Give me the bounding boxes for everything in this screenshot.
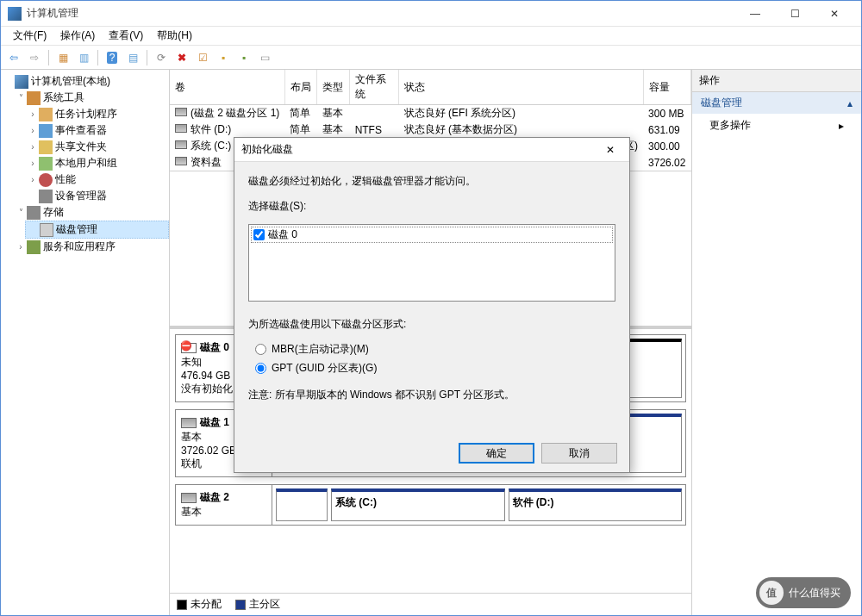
- volume-icon: [175, 140, 187, 149]
- gpt-radio[interactable]: [255, 363, 266, 374]
- chevron-right-icon: ▸: [839, 120, 844, 132]
- radio-gpt[interactable]: GPT (GUID 分区表)(G): [255, 361, 615, 376]
- tree-services[interactable]: › 服务和应用程序: [13, 239, 169, 255]
- computer-icon: [15, 75, 28, 89]
- tree-users[interactable]: ›本地用户和组: [25, 155, 169, 171]
- collapse-icon[interactable]: ˅: [15, 208, 27, 217]
- tree-share[interactable]: ›共享文件夹: [25, 139, 169, 155]
- initialize-disk-dialog: 初始化磁盘 ✕ 磁盘必须经过初始化，逻辑磁盘管理器才能访问。 选择磁盘(S): …: [234, 137, 630, 473]
- dialog-note: 注意: 所有早期版本的 Windows 都不识别 GPT 分区形式。: [248, 388, 615, 402]
- disk-checkbox-item[interactable]: 磁盘 0: [251, 227, 613, 243]
- disk2-c[interactable]: 系统 (C:): [331, 488, 505, 521]
- tb-icon-2[interactable]: ▥: [74, 48, 93, 67]
- col-type[interactable]: 类型: [317, 70, 350, 105]
- delete-icon[interactable]: ✖: [172, 48, 191, 67]
- watermark: 值 什么值得买: [756, 577, 851, 608]
- disk2-d[interactable]: 软件 (D:): [509, 488, 683, 521]
- mbr-radio[interactable]: [255, 344, 266, 355]
- menu-help[interactable]: 帮助(H): [150, 27, 199, 45]
- legend-primary-swatch: [235, 600, 246, 610]
- dialog-message: 磁盘必须经过初始化，逻辑磁盘管理器才能访问。: [248, 174, 615, 189]
- app-icon: [8, 7, 22, 21]
- tree-device[interactable]: 设备管理器: [25, 188, 169, 204]
- refresh-icon[interactable]: ⟳: [152, 48, 171, 67]
- menu-view[interactable]: 查看(V): [102, 27, 150, 45]
- actions-section[interactable]: 磁盘管理 ▴: [692, 92, 861, 114]
- col-volume[interactable]: 卷: [170, 70, 284, 105]
- disk2-efi[interactable]: [276, 488, 328, 521]
- tree-task[interactable]: ›任务计划程序: [25, 106, 169, 122]
- service-icon: [27, 240, 41, 254]
- toolbar: ⇦ ⇨ ▦ ▥ ? ▤ ⟳ ✖ ☑ ▪ ▪ ▭: [1, 46, 861, 70]
- actions-more[interactable]: 更多操作 ▸: [692, 114, 861, 137]
- cancel-button[interactable]: 取消: [541, 443, 617, 464]
- back-button[interactable]: ⇦: [4, 48, 23, 67]
- tb-icon-1[interactable]: ▦: [53, 48, 72, 67]
- close-button[interactable]: ✕: [815, 1, 854, 27]
- share-icon: [39, 140, 53, 154]
- menubar: 文件(F) 操作(A) 查看(V) 帮助(H): [1, 27, 861, 46]
- tree-root[interactable]: 计算机管理(本地): [1, 73, 169, 90]
- tree-systools[interactable]: ˅ 系统工具: [13, 90, 169, 106]
- dialog-title: 初始化磁盘: [241, 142, 598, 157]
- legend-unalloc-swatch: [177, 600, 187, 610]
- menu-file[interactable]: 文件(F): [6, 27, 53, 45]
- forward-button[interactable]: ⇨: [25, 48, 44, 67]
- partition-style-label: 为所选磁盘使用以下磁盘分区形式:: [248, 317, 615, 332]
- actions-panel: 操作 磁盘管理 ▴ 更多操作 ▸: [692, 70, 861, 615]
- window-title: 计算机管理: [27, 6, 735, 21]
- check-icon[interactable]: ☑: [193, 48, 212, 67]
- col-layout[interactable]: 布局: [284, 70, 317, 105]
- tree-panel[interactable]: 计算机管理(本地) ˅ 系统工具 ›任务计划程序 ›事件查看器 ›共享文件夹: [1, 70, 170, 615]
- perf-icon: [39, 173, 53, 187]
- disk-icon: [181, 493, 197, 503]
- volume-icon: [175, 108, 187, 116]
- tree-storage[interactable]: ˅ 存储: [13, 204, 169, 221]
- disk-icon: [40, 223, 53, 237]
- volume-icon: [175, 124, 187, 133]
- ok-button[interactable]: 确定: [459, 443, 534, 464]
- actions-header: 操作: [692, 70, 861, 92]
- collapse-icon[interactable]: ˅: [15, 93, 27, 103]
- tools-icon: [27, 91, 41, 105]
- radio-mbr[interactable]: MBR(主启动记录)(M): [255, 342, 615, 357]
- task-icon: [39, 108, 53, 121]
- col-capacity[interactable]: 容量: [643, 70, 690, 105]
- disk0-checkbox[interactable]: [253, 229, 265, 240]
- table-row[interactable]: 软件 (D:)简单基本NTFS状态良好 (基本数据分区)631.09: [170, 121, 691, 138]
- tree-label: 系统工具: [43, 90, 84, 105]
- dialog-close-button[interactable]: ✕: [598, 140, 622, 159]
- volume-icon: [175, 157, 187, 165]
- col-fs[interactable]: 文件系统: [350, 70, 399, 105]
- col-status[interactable]: 状态: [399, 70, 643, 105]
- tb-icon-4[interactable]: ▪: [214, 48, 233, 67]
- device-icon: [39, 190, 53, 203]
- select-disk-label: 选择磁盘(S):: [248, 199, 615, 214]
- tree-perf[interactable]: ›性能: [25, 171, 169, 188]
- disk-row-2[interactable]: 磁盘 2 基本 系统 (C:) 软件 (D:): [175, 484, 686, 526]
- disk-icon: [181, 418, 197, 428]
- maximize-button[interactable]: ☐: [775, 1, 815, 27]
- menu-action[interactable]: 操作(A): [53, 27, 102, 45]
- tree-diskmgmt[interactable]: 磁盘管理: [25, 221, 169, 239]
- tb-icon-5[interactable]: ▪: [234, 48, 253, 67]
- users-icon: [39, 157, 53, 171]
- storage-icon: [27, 206, 41, 220]
- tree-label: 计算机管理(本地): [31, 74, 110, 89]
- event-icon: [39, 124, 53, 138]
- tree-event[interactable]: ›事件查看器: [25, 122, 169, 139]
- tb-icon-6[interactable]: ▭: [255, 48, 274, 67]
- watermark-badge: 值: [759, 581, 784, 605]
- minimize-button[interactable]: —: [735, 1, 775, 27]
- disk-info-2: 磁盘 2 基本: [176, 485, 272, 525]
- tb-icon-3[interactable]: ▤: [123, 48, 142, 67]
- collapse-icon[interactable]: ▴: [847, 97, 853, 109]
- dialog-titlebar[interactable]: 初始化磁盘 ✕: [234, 138, 629, 162]
- help-icon[interactable]: ?: [103, 48, 122, 67]
- disk-warn-icon: [181, 343, 197, 353]
- legend: 未分配 主分区: [170, 593, 691, 615]
- table-row[interactable]: (磁盘 2 磁盘分区 1)简单基本状态良好 (EFI 系统分区)300 MB: [170, 105, 691, 122]
- titlebar: 计算机管理 — ☐ ✕: [1, 1, 861, 27]
- disk-select-list[interactable]: 磁盘 0: [248, 224, 615, 302]
